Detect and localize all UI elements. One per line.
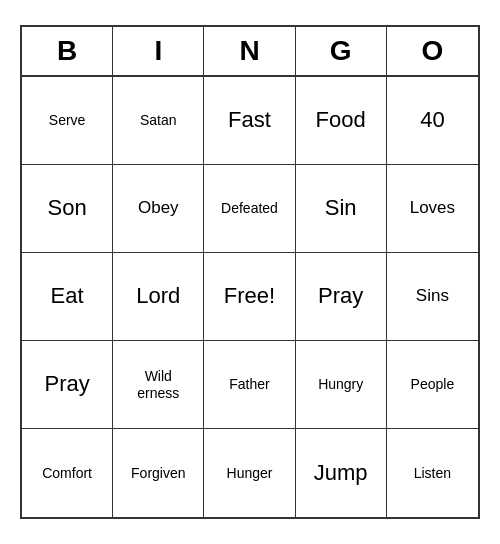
cell-text-r4-c0: Comfort	[42, 465, 92, 482]
bingo-card: BINGO ServeSatanFastFood40SonObeyDefeate…	[20, 25, 480, 519]
bingo-cell-r4-c2: Hunger	[204, 429, 295, 517]
cell-text-r1-c2: Defeated	[221, 200, 278, 217]
bingo-cell-r1-c1: Obey	[113, 165, 204, 253]
cell-text-r1-c0: Son	[48, 195, 87, 221]
bingo-cell-r1-c3: Sin	[296, 165, 387, 253]
bingo-cell-r3-c2: Father	[204, 341, 295, 429]
header-cell-B: B	[22, 27, 113, 75]
bingo-cell-r2-c2: Free!	[204, 253, 295, 341]
header-cell-N: N	[204, 27, 295, 75]
header-cell-I: I	[113, 27, 204, 75]
bingo-cell-r0-c1: Satan	[113, 77, 204, 165]
cell-text-r0-c0: Serve	[49, 112, 86, 129]
bingo-cell-r1-c2: Defeated	[204, 165, 295, 253]
bingo-grid: ServeSatanFastFood40SonObeyDefeatedSinLo…	[22, 77, 478, 517]
cell-text-r4-c1: Forgiven	[131, 465, 185, 482]
bingo-cell-r3-c1: Wilderness	[113, 341, 204, 429]
bingo-cell-r2-c3: Pray	[296, 253, 387, 341]
bingo-cell-r2-c1: Lord	[113, 253, 204, 341]
bingo-cell-r0-c3: Food	[296, 77, 387, 165]
cell-text-r2-c1: Lord	[136, 283, 180, 309]
cell-text-r1-c3: Sin	[325, 195, 357, 221]
header-cell-G: G	[296, 27, 387, 75]
header-cell-O: O	[387, 27, 478, 75]
bingo-cell-r1-c0: Son	[22, 165, 113, 253]
bingo-cell-r4-c4: Listen	[387, 429, 478, 517]
bingo-header: BINGO	[22, 27, 478, 77]
cell-text-r0-c2: Fast	[228, 107, 271, 133]
cell-text-r2-c3: Pray	[318, 283, 363, 309]
bingo-cell-r0-c2: Fast	[204, 77, 295, 165]
cell-text-r1-c1: Obey	[138, 198, 179, 218]
bingo-cell-r3-c3: Hungry	[296, 341, 387, 429]
cell-text-r3-c0: Pray	[44, 371, 89, 397]
cell-text-r2-c4: Sins	[416, 286, 449, 306]
bingo-cell-r4-c3: Jump	[296, 429, 387, 517]
bingo-cell-r4-c1: Forgiven	[113, 429, 204, 517]
cell-text-r1-c4: Loves	[410, 198, 455, 218]
cell-text-r0-c4: 40	[420, 107, 444, 133]
bingo-cell-r2-c4: Sins	[387, 253, 478, 341]
bingo-cell-r1-c4: Loves	[387, 165, 478, 253]
bingo-cell-r0-c0: Serve	[22, 77, 113, 165]
cell-text-r3-c3: Hungry	[318, 376, 363, 393]
cell-text-r4-c3: Jump	[314, 460, 368, 486]
cell-text-r4-c2: Hunger	[227, 465, 273, 482]
bingo-cell-r3-c0: Pray	[22, 341, 113, 429]
cell-text-r2-c2: Free!	[224, 283, 275, 309]
bingo-cell-r0-c4: 40	[387, 77, 478, 165]
cell-text-r0-c3: Food	[316, 107, 366, 133]
bingo-cell-r3-c4: People	[387, 341, 478, 429]
bingo-cell-r2-c0: Eat	[22, 253, 113, 341]
cell-text-r0-c1: Satan	[140, 112, 177, 129]
cell-text-r3-c4: People	[411, 376, 455, 393]
cell-text-r3-c1: Wilderness	[137, 368, 179, 402]
cell-text-r2-c0: Eat	[51, 283, 84, 309]
cell-text-r3-c2: Father	[229, 376, 269, 393]
bingo-cell-r4-c0: Comfort	[22, 429, 113, 517]
cell-text-r4-c4: Listen	[414, 465, 451, 482]
